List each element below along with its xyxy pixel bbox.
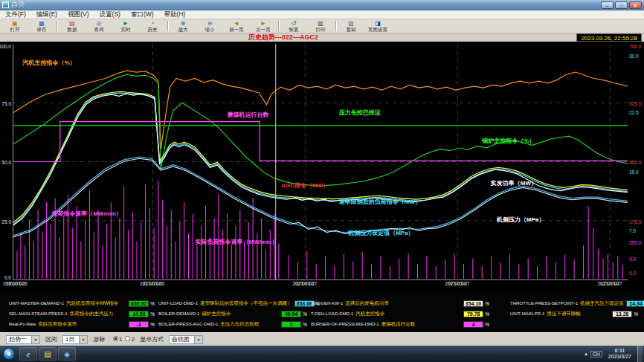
cursor-radio-2[interactable]: [125, 336, 130, 341]
maximize-button[interactable]: □: [615, 1, 628, 9]
legend-value-box: 14.53: [129, 311, 149, 317]
menu-item-3[interactable]: 设置(S): [94, 10, 126, 19]
toolbar-button-7[interactable]: ⊖缩小: [196, 19, 223, 33]
toolbar-button-2[interactable]: ▤数据: [59, 19, 86, 33]
display-mode-select[interactable]: 曲线图 ▼: [169, 335, 203, 344]
trend-series-2: [13, 91, 628, 222]
toolbar-button-8[interactable]: ◄前一页: [223, 19, 250, 33]
legend-column-3: THROTTLE-PRESS-SETPOINT-1机侧主汽压力设定值14.34%…: [510, 298, 638, 319]
toolbar-button-6[interactable]: ⊕放大: [170, 19, 196, 33]
curve-label-8: 机侧压力设定值（MPa）: [348, 228, 413, 236]
toolbar-button-10[interactable]: ↺恢复: [280, 19, 307, 33]
legend-value-box: 4: [463, 321, 483, 328]
trend-series-5: [13, 157, 628, 236]
toolbar-button-1[interactable]: ▦保存: [28, 19, 55, 33]
y-axis-right-label-4: 350.0: [629, 160, 641, 165]
toolbar-label-4: 实时: [121, 27, 131, 32]
chevron-down-icon: ▼: [79, 336, 87, 343]
menu-item-2[interactable]: 视图(V): [62, 10, 94, 19]
legend-entry: BOILER-DEMAND-1锅炉主控指令49.04%: [158, 308, 307, 319]
toolbar-separator: [167, 21, 168, 31]
y-axis-right-label-8: 250.0: [629, 240, 641, 245]
legend-desc: 汽机主控指令: [355, 311, 384, 317]
interval-label: 区间: [45, 335, 57, 343]
toolbar-button-3[interactable]: ◎查询: [86, 19, 112, 33]
toolbar: ▣打开▦保存▤数据◎查询►实时◔历史⊕放大⊖缩小◄前一页►后一页↺恢复▥打印▧复…: [0, 19, 644, 33]
cursor-radio-1[interactable]: [113, 336, 118, 341]
taskbar-clock[interactable]: 8:31 2023/3/27: [605, 348, 634, 360]
toolbar-button-9[interactable]: ►后一页: [250, 19, 277, 33]
legend-tag: THROTTLE-PRESS-SETPOINT-1: [510, 301, 578, 306]
legend-entry: UNIT-LOAD-DMD-1速率限制后的负荷指令（不包括一次调频）353.06…: [158, 298, 307, 308]
legend-value-box: 13.28: [612, 311, 632, 317]
y-axis-right-label-9: 0.0: [629, 256, 636, 262]
curve-label-3: 锅炉主控指令（%）: [482, 136, 535, 144]
toolbar-label-2: 数据: [68, 27, 77, 32]
toolbar-button-13[interactable]: ◨页面设置: [364, 19, 391, 33]
toolbar-label-9: 后一页: [256, 27, 271, 32]
trend-series-6: [13, 158, 628, 237]
menu-item-4[interactable]: 窗口(W): [126, 10, 159, 19]
tray-expand-icon[interactable]: ▴: [585, 351, 587, 357]
trend-series-3: [13, 93, 628, 224]
app-window-icon: [2, 1, 9, 8]
display-mode-label: 显示方式: [140, 335, 164, 343]
toolbar-label-6: 放大: [178, 27, 188, 32]
toolbar-icon-0: ▣: [12, 20, 18, 27]
interval-select[interactable]: 1日 ▼: [62, 335, 88, 344]
clock-date: 2023/3/27: [608, 354, 631, 360]
close-button[interactable]: ✕: [629, 1, 642, 9]
ie-icon[interactable]: e: [19, 347, 37, 361]
menu-item-1[interactable]: 编辑(E): [31, 10, 62, 19]
minimize-button[interactable]: –: [601, 1, 614, 9]
cursor-options: 12: [110, 336, 135, 343]
show-desktop-button[interactable]: [637, 346, 643, 362]
legend-desc: 主压力先控总投框: [220, 321, 259, 328]
legend-entry: SEL-GEN-KW-1选择后的发电机功率354.10%: [311, 298, 489, 308]
toolbar-button-4[interactable]: ►实时: [112, 19, 139, 33]
trend-chart-area[interactable]: 100.075.050.025.00.0 汽机主控指令（%）磨煤机运行台数压力先…: [0, 42, 644, 295]
chevron-down-icon: ▼: [194, 336, 202, 343]
toolbar-label-11: 打印: [316, 27, 326, 32]
clock-time: 8:31: [608, 348, 631, 354]
y-axis-right: 700.030.0525.022.5350.015.0175.07.5250.0…: [628, 44, 644, 280]
legend-value-box: 14.34: [626, 300, 644, 307]
control-bar: 趋势一 ▼ 区间 1日 ▼ 游标 12 显示方式 曲线图 ▼: [0, 332, 644, 346]
legend-unit: %: [485, 301, 489, 306]
legend-unit: %: [634, 311, 638, 317]
trend-app-icon[interactable]: ◈: [58, 347, 76, 361]
plot-area[interactable]: 汽机主控指令（%）磨煤机运行台数压力先控已投运锅炉主控指令（%）AGC指令（MW…: [13, 44, 628, 280]
menu-item-5[interactable]: 帮助(H): [159, 10, 191, 19]
toolbar-button-5[interactable]: ◔历史: [139, 19, 166, 33]
toolbar-label-1: 保存: [37, 27, 47, 32]
toolbar-label-0: 打开: [10, 27, 20, 32]
language-indicator[interactable]: CH: [590, 351, 602, 358]
toolbar-label-3: 查询: [94, 27, 104, 32]
curve-label-4: AGC指令（MW）: [281, 181, 329, 190]
menu-item-0[interactable]: 文件(F): [0, 10, 31, 19]
toolbar-icon-2: ▤: [69, 20, 75, 27]
toolbar-separator: [335, 21, 336, 31]
toolbar-button-12[interactable]: ▧复制: [338, 19, 364, 33]
legend-entry: T-DEH-LOAD-DMD-1汽机主控指令79.78%: [311, 308, 489, 319]
display-mode-value: 曲线图: [172, 335, 190, 343]
trend-header: 历史趋势---022---AGC2 2023.03.26, 22:55:28: [0, 33, 644, 42]
legend-entry: BURNER-OF-PRESSURE-DMD-1磨煤机运行台数4%: [311, 319, 489, 329]
toolbar-label-13: 页面设置: [368, 27, 387, 32]
toolbar-label-8: 前一页: [229, 27, 244, 32]
cursor-label: 游标: [93, 335, 105, 343]
legend-desc: 速率限制后的负荷指令（不包括一次调频）: [200, 300, 292, 307]
legend-tag: SEL-MAIN-STEAM-PRESS-1: [9, 311, 68, 316]
legend-entry: THROTTLE-PRESS-SETPOINT-1机侧主汽压力设定值14.34%: [510, 298, 638, 308]
legend-value-box: 79.78: [463, 311, 483, 317]
toolbar-button-0[interactable]: ▣打开: [1, 19, 28, 33]
legend-tag: UNIT-LOAD-DMD-1: [158, 301, 198, 306]
legend-desc: 选择后的发电机功率: [345, 300, 389, 307]
x-axis: 2023-03-2616:00:002023-03-2621:00:002023…: [13, 281, 628, 294]
toolbar-button-11[interactable]: ▥打印: [307, 19, 334, 33]
start-button[interactable]: ❖: [3, 348, 15, 360]
trend-select[interactable]: 趋势一 ▼: [6, 335, 40, 344]
toolbar-icon-13: ◨: [375, 20, 381, 27]
explorer-icon[interactable]: ▤: [39, 347, 57, 361]
chevron-down-icon: ▼: [31, 336, 39, 343]
